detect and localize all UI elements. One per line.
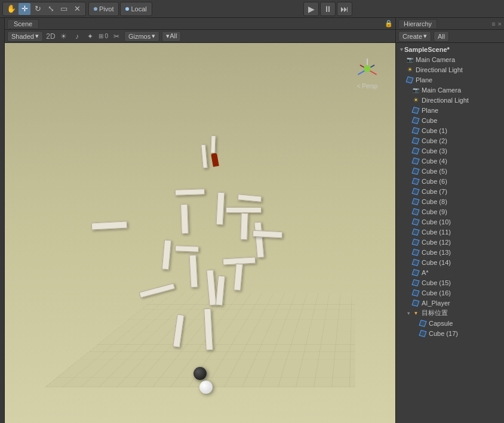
create-button[interactable]: Create ▾	[398, 31, 431, 42]
hierarchy-item-cube[interactable]: Cube	[396, 115, 504, 125]
hierarchy-item-cube-2[interactable]: Cube (2)	[396, 135, 504, 146]
hierarchy-item-cube-14[interactable]: Cube (14)	[396, 257, 504, 267]
grid-icon[interactable]: ⊞ 0	[98, 31, 109, 42]
hierarchy-item-directional-light[interactable]: ☀ Directional Light	[396, 64, 504, 75]
expand-arrow-target-pos[interactable]: ▾	[405, 310, 411, 316]
cube-icon-astar	[411, 268, 420, 277]
hierarchy-item-ai-player[interactable]: AI_Player	[396, 298, 504, 308]
shaded-button[interactable]: Shaded ▾	[7, 31, 43, 42]
wall-20	[204, 308, 213, 351]
cube-shape-cube-3	[411, 147, 419, 154]
audio-icon[interactable]: ♪	[72, 31, 82, 42]
hierarchy-menu-icon[interactable]: ≡	[491, 20, 495, 27]
cube-icon-cube-4	[411, 157, 420, 165]
light-icon: ☀	[405, 66, 414, 74]
label-cube-10: Cube (10)	[422, 218, 451, 226]
cube-icon-cube-17	[419, 329, 427, 338]
hierarchy-item-plane[interactable]: Plane	[396, 105, 504, 115]
hierarchy-item-target-pos[interactable]: ▾▾目标位置	[396, 308, 504, 318]
hierarchy-item-astar[interactable]: A*	[396, 267, 504, 277]
label-cube-7: Cube (7)	[422, 188, 447, 195]
cube-shape-plane	[411, 106, 419, 113]
hierarchy-item-cube-13[interactable]: Cube (13)	[396, 247, 504, 257]
2d-button[interactable]: 2D	[45, 31, 56, 42]
wall-10	[254, 222, 264, 258]
label-cube-8: Cube (8)	[422, 198, 447, 205]
hierarchy-item-cube-7[interactable]: Cube (7)	[396, 186, 504, 196]
hierarchy-item-cube-6[interactable]: Cube (6)	[396, 176, 504, 186]
cube-icon-cube-3	[411, 147, 420, 155]
scale-tool[interactable]: ⤡	[45, 3, 57, 15]
layers-icon[interactable]: ✂	[111, 31, 122, 42]
all-view-button[interactable]: ▾All	[162, 31, 181, 42]
wall-18	[139, 283, 176, 298]
cube-shape-cube-10	[411, 218, 419, 225]
hierarchy-item-cube-3[interactable]: Cube (3)	[396, 146, 504, 156]
wall-2	[210, 135, 216, 153]
hierarchy-item-cube-15[interactable]: Cube (15)	[396, 277, 504, 288]
top-toolbar: ✋ ✛ ↻ ⤡ ▭ ✕ Pivot Local ▶ ⏸ ⏭	[0, 0, 504, 18]
camera-icon-small: 📷	[407, 57, 413, 63]
lighting-icon[interactable]: ☀	[59, 31, 69, 42]
main-camera-label: Main Camera	[416, 56, 455, 63]
camera-icon-main-camera: 📷	[411, 86, 420, 94]
target-ball	[199, 381, 213, 394]
hierarchy-item-cube-8[interactable]: Cube (8)	[396, 196, 504, 206]
persp-label: < Persp	[357, 83, 378, 89]
pivot-local-group: Pivot Local	[88, 2, 152, 16]
cube-shape-cube-2	[411, 137, 419, 144]
cube-icon-cube-2	[411, 137, 420, 145]
scene-lock-icon[interactable]: 🔒	[385, 20, 393, 27]
gizmos-button[interactable]: Gizmos ▾	[124, 31, 159, 42]
cube-icon-cube-12	[411, 238, 420, 246]
play-button[interactable]: ▶	[303, 2, 319, 16]
scene-viewport[interactable]: < Persp	[5, 43, 395, 423]
cube-shape-cube-6	[411, 177, 419, 184]
hierarchy-item-cube-9[interactable]: Cube (9)	[396, 206, 504, 217]
hierarchy-item-main-camera[interactable]: 📷Main Camera	[396, 85, 504, 95]
hierarchy-item-cube-5[interactable]: Cube (5)	[396, 166, 504, 176]
hierarchy-toolbar: Create ▾ All	[396, 30, 504, 43]
hierarchy-tab[interactable]: Hierarchy	[398, 19, 437, 28]
hierarchy-item-cube-10[interactable]: Cube (10)	[396, 217, 504, 227]
rotate-tool[interactable]: ↻	[32, 3, 44, 15]
cube-shape-cube-15	[411, 279, 419, 286]
wall-13	[189, 255, 198, 288]
hierarchy-item-capsule[interactable]: Capsule	[396, 318, 504, 328]
move-tool[interactable]: ✛	[19, 3, 30, 15]
hierarchy-item-directional-light[interactable]: ☀Directional Light	[396, 95, 504, 105]
fx-icon[interactable]: ✦	[85, 31, 96, 42]
hierarchy-item-cube-4[interactable]: Cube (4)	[396, 156, 504, 166]
scene-tab[interactable]: Scene	[7, 19, 39, 28]
local-button[interactable]: Local	[120, 2, 152, 16]
hierarchy-item-cube-11[interactable]: Cube (11)	[396, 227, 504, 237]
cube-shape-cube-8	[411, 197, 419, 205]
label-cube-3: Cube (3)	[422, 147, 447, 155]
hierarchy-item-main-camera[interactable]: 📷 Main Camera	[396, 54, 504, 64]
cube-shape-cube-7	[411, 187, 419, 194]
cube-shape-astar	[411, 268, 419, 276]
hierarchy-item-cube-1[interactable]: Cube (1)	[396, 125, 504, 135]
pause-button[interactable]: ⏸	[320, 2, 336, 16]
wall-7	[238, 194, 262, 202]
cube-icon-cube-7	[411, 187, 420, 196]
cube-icon-cube-11	[411, 228, 420, 236]
scene-expand-arrow[interactable]: ▾	[398, 47, 404, 53]
all-filter-button[interactable]: All	[434, 31, 449, 42]
hierarchy-close-icon[interactable]: ×	[498, 20, 502, 27]
hierarchy-item-cube-17[interactable]: Cube (17)	[396, 328, 504, 338]
hand-tool[interactable]: ✋	[5, 3, 17, 15]
wall-14	[175, 245, 199, 252]
plane-cube-icon-shape	[405, 76, 413, 83]
step-button[interactable]: ⏭	[337, 2, 352, 16]
cube-icon-capsule	[419, 319, 427, 328]
scene-root-item[interactable]: ▾ SampleScene*	[396, 44, 504, 54]
hierarchy-tab-bar: Hierarchy ≡ ×	[396, 18, 504, 30]
rect-tool[interactable]: ▭	[58, 3, 70, 15]
pivot-button[interactable]: Pivot	[88, 2, 119, 16]
hierarchy-item-cube-16[interactable]: Cube (16)	[396, 288, 504, 298]
hierarchy-item-cube-12[interactable]: Cube (12)	[396, 237, 504, 247]
combo-tool[interactable]: ✕	[71, 3, 83, 15]
wall-17	[233, 264, 243, 291]
hierarchy-item-plane[interactable]: Plane	[396, 75, 504, 85]
